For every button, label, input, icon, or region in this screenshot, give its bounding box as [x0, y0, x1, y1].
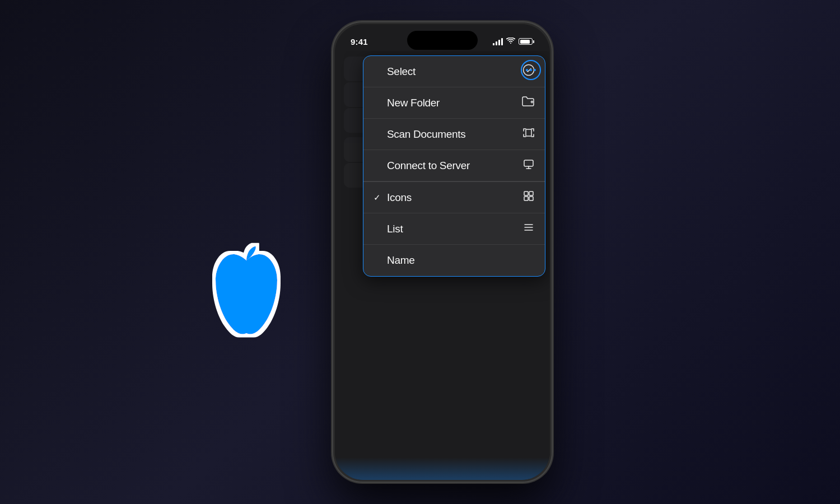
svg-point-1: [530, 69, 532, 71]
icons-view-icon: [522, 190, 535, 205]
new-folder-icon: [521, 95, 535, 110]
new-folder-label: New Folder: [387, 97, 440, 109]
svg-rect-4: [526, 129, 531, 136]
svg-rect-6: [524, 192, 528, 195]
svg-rect-8: [524, 197, 528, 200]
scene: 9:41: [224, 11, 616, 493]
bottom-glow: [335, 458, 550, 480]
status-time: 9:41: [351, 37, 368, 46]
icons-label: Icons: [387, 192, 412, 204]
select-label: Select: [387, 66, 416, 78]
signal-icon: [493, 38, 503, 45]
battery-icon: [519, 38, 534, 45]
svg-point-0: [526, 69, 528, 71]
svg-rect-9: [529, 197, 533, 200]
svg-rect-7: [529, 192, 533, 195]
apple-logo: [190, 241, 302, 353]
context-menu: Select New Folder: [363, 55, 545, 277]
list-view-icon: [522, 221, 535, 236]
phone-inner: 9:41: [335, 24, 550, 480]
more-options-button[interactable]: [521, 60, 541, 80]
icons-checkmark: ✓: [374, 193, 382, 203]
connect-server-label: Connect to Server: [387, 160, 470, 172]
connect-server-icon: [522, 158, 535, 173]
menu-item-connect-to-server[interactable]: Connect to Server: [363, 150, 545, 181]
menu-item-select[interactable]: Select: [363, 56, 545, 87]
menu-item-icons[interactable]: ✓ Icons: [363, 182, 545, 213]
dynamic-island: [407, 31, 478, 50]
svg-point-2: [534, 69, 536, 71]
scan-documents-label: Scan Documents: [387, 128, 465, 141]
menu-item-scan-documents[interactable]: Scan Documents: [363, 119, 545, 150]
list-label: List: [387, 223, 403, 235]
menu-item-list[interactable]: List: [363, 213, 545, 245]
status-icons: [493, 37, 534, 46]
menu-item-name[interactable]: Name: [363, 245, 545, 276]
name-label: Name: [387, 254, 414, 267]
menu-item-new-folder[interactable]: New Folder: [363, 87, 545, 119]
scan-documents-icon: [522, 127, 535, 142]
wifi-icon: [506, 37, 515, 46]
screen-content: Select New Folder: [335, 51, 550, 480]
svg-rect-5: [524, 160, 533, 166]
phone-frame: 9:41: [333, 22, 552, 482]
